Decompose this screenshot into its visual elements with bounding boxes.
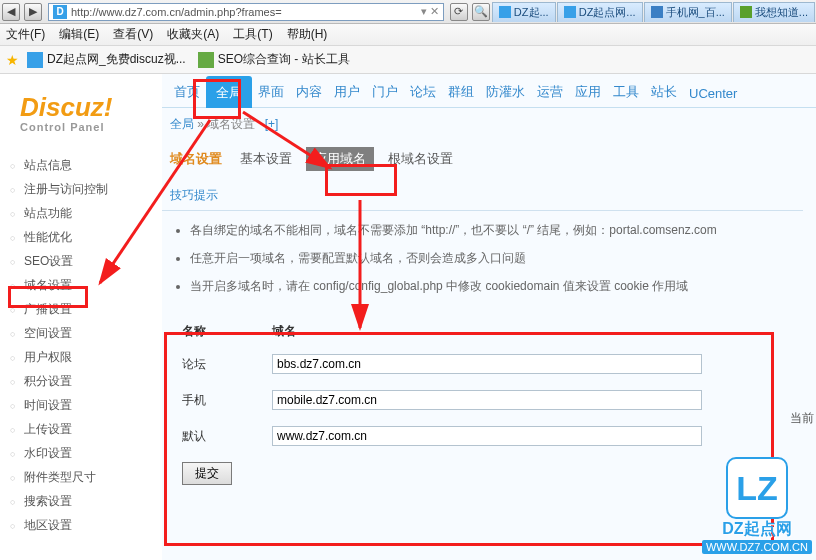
sidebar-list: 站点信息 注册与访问控制 站点功能 性能优化 SEO设置 域名设置 广播设置 空… (0, 153, 162, 537)
tip-item: 各自绑定的域名不能相同，域名不需要添加 “http://”，也不要以 “/” 结… (190, 217, 796, 243)
domain-input-bbs[interactable] (272, 354, 702, 374)
browser-address-bar: ◀ ▶ D http://www.dz7.com.cn/admin.php?fr… (0, 0, 816, 24)
browser-tabs: DZ起... DZ起点网... 手机网_百... 我想知道... (492, 2, 816, 22)
breadcrumb-current: 域名设置 (207, 117, 255, 131)
form-header: 名称 域名 (182, 323, 742, 340)
row-label: 默认 (182, 428, 272, 445)
nav-item[interactable]: 工具 (613, 83, 639, 101)
sidebar-item[interactable]: 广播设置 (0, 297, 162, 321)
browser-menu-bar: 文件(F) 编辑(E) 查看(V) 收藏夹(A) 工具(T) 帮助(H) (0, 24, 816, 46)
bookmark-item[interactable]: SEO综合查询 - 站长工具 (198, 51, 350, 68)
url-field[interactable]: D http://www.dz7.com.cn/admin.php?frames… (48, 3, 444, 21)
subtab-app-domain[interactable]: 应用域名 (306, 147, 374, 171)
refresh-icon[interactable]: ⟳ (450, 3, 468, 21)
favorites-star-icon[interactable]: ★ (6, 52, 19, 68)
row-label: 论坛 (182, 356, 272, 373)
nav-item[interactable]: 论坛 (410, 83, 436, 101)
sidebar-item[interactable]: 积分设置 (0, 369, 162, 393)
watermark: LZ DZ起点网 WWW.DZ7.COM.CN (702, 457, 812, 554)
subtab-root-domain[interactable]: 根域名设置 (388, 150, 453, 168)
nav-item[interactable]: 群组 (448, 83, 474, 101)
menu-favorites[interactable]: 收藏夹(A) (167, 26, 219, 43)
sub-tabs: 域名设置 基本设置 应用域名 根域名设置 (162, 141, 816, 171)
tips-list: 各自绑定的域名不能相同，域名不需要添加 “http://”，也不要以 “/” 结… (162, 217, 816, 309)
top-nav: 首页 全局 界面 内容 用户 门户 论坛 群组 防灌水 运营 应用 工具 站长 … (162, 74, 816, 108)
row-label: 手机 (182, 392, 272, 409)
nav-item[interactable]: 门户 (372, 83, 398, 101)
form-row-default: 默认 (182, 426, 742, 446)
menu-file[interactable]: 文件(F) (6, 26, 45, 43)
sidebar-item[interactable]: 用户权限 (0, 345, 162, 369)
search-icon[interactable]: 🔍 (472, 3, 490, 21)
sidebar-item[interactable]: 水印设置 (0, 441, 162, 465)
site-favicon-icon: D (53, 5, 67, 19)
browser-tab[interactable]: 我想知道... (733, 2, 815, 22)
nav-item[interactable]: 应用 (575, 83, 601, 101)
sidebar-item[interactable]: 时间设置 (0, 393, 162, 417)
sidebar: Discuz! Control Panel 站点信息 注册与访问控制 站点功能 … (0, 74, 162, 560)
domain-input-mobile[interactable] (272, 390, 702, 410)
watermark-name: DZ起点网 (702, 519, 812, 540)
nav-back-icon[interactable]: ◀ (2, 3, 20, 21)
sidebar-item[interactable]: 附件类型尺寸 (0, 465, 162, 489)
tips-heading: 技巧提示 (162, 171, 803, 211)
domain-form: 名称 域名 论坛 手机 默认 提交 (162, 309, 762, 485)
extra-label: 当前 (790, 410, 814, 427)
sidebar-item[interactable]: 上传设置 (0, 417, 162, 441)
browser-tab[interactable]: DZ起... (492, 2, 556, 22)
menu-help[interactable]: 帮助(H) (287, 26, 328, 43)
browser-tab[interactable]: 手机网_百... (644, 2, 732, 22)
nav-ucenter[interactable]: UCenter (689, 86, 737, 101)
sidebar-item[interactable]: 注册与访问控制 (0, 177, 162, 201)
nav-item[interactable]: 站长 (651, 83, 677, 101)
menu-view[interactable]: 查看(V) (113, 26, 153, 43)
sidebar-item[interactable]: 站点功能 (0, 201, 162, 225)
tip-item: 任意开启一项域名，需要配置默认域名，否则会造成多入口问题 (190, 245, 796, 271)
nav-forward-icon[interactable]: ▶ (24, 3, 42, 21)
nav-item[interactable]: 用户 (334, 83, 360, 101)
bookmark-bar: ★ DZ起点网_免费discuz视... SEO综合查询 - 站长工具 (0, 46, 816, 74)
sidebar-item-domain[interactable]: 域名设置 (0, 273, 162, 297)
domain-input-default[interactable] (272, 426, 702, 446)
form-row-bbs: 论坛 (182, 354, 742, 374)
discuz-logo: Discuz! Control Panel (0, 92, 162, 133)
breadcrumb-plus[interactable]: [+] (265, 117, 279, 131)
watermark-logo-icon: LZ (726, 457, 788, 519)
sidebar-item[interactable]: 搜索设置 (0, 489, 162, 513)
nav-global-active[interactable]: 全局 (206, 76, 252, 108)
nav-item[interactable]: 界面 (258, 83, 284, 101)
breadcrumb: 全局 » 域名设置 [+] (162, 108, 816, 141)
nav-item[interactable]: 运营 (537, 83, 563, 101)
bookmark-item[interactable]: DZ起点网_免费discuz视... (27, 51, 186, 68)
url-text: http://www.dz7.com.cn/admin.php?frames= (71, 6, 282, 18)
sidebar-item[interactable]: 空间设置 (0, 321, 162, 345)
subtab-basic[interactable]: 基本设置 (240, 150, 292, 168)
watermark-url: WWW.DZ7.COM.CN (702, 540, 812, 554)
nav-item[interactable]: 防灌水 (486, 83, 525, 101)
nav-home[interactable]: 首页 (174, 83, 200, 101)
sidebar-item[interactable]: 性能优化 (0, 225, 162, 249)
sidebar-item[interactable]: SEO设置 (0, 249, 162, 273)
form-row-mobile: 手机 (182, 390, 742, 410)
nav-item[interactable]: 内容 (296, 83, 322, 101)
tip-item: 当开启多域名时，请在 config/config_global.php 中修改 … (190, 273, 796, 299)
menu-tools[interactable]: 工具(T) (233, 26, 272, 43)
page-title: 域名设置 (170, 150, 222, 168)
browser-tab[interactable]: DZ起点网... (557, 2, 643, 22)
sidebar-item[interactable]: 站点信息 (0, 153, 162, 177)
menu-edit[interactable]: 编辑(E) (59, 26, 99, 43)
breadcrumb-link[interactable]: 全局 (170, 117, 194, 131)
sidebar-item[interactable]: 地区设置 (0, 513, 162, 537)
submit-button[interactable]: 提交 (182, 462, 232, 485)
